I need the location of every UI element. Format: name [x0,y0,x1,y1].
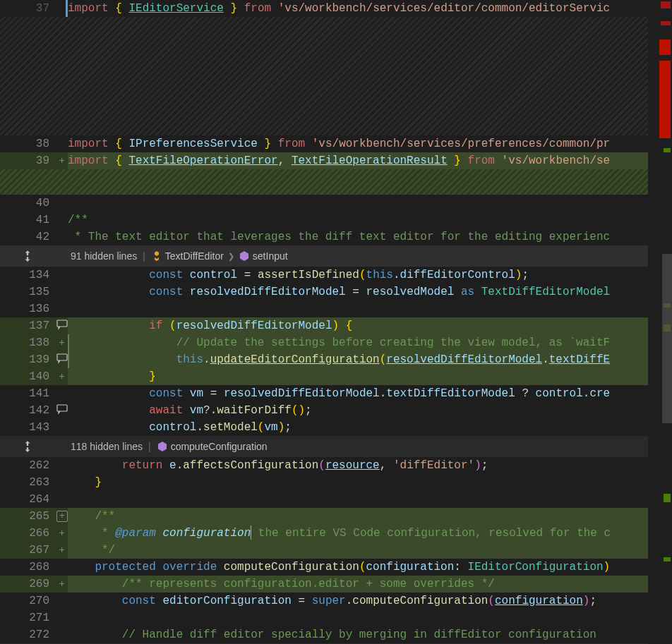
line-number: 143 [0,419,55,436]
kw-import: import [68,2,109,15]
ov-add-marker[interactable] [664,148,671,152]
line-number: 271 [0,609,55,626]
line-number: 262 [0,457,55,474]
line-number: 141 [0,385,55,402]
svg-rect-2 [57,405,67,411]
svg-rect-1 [57,354,67,360]
ident: TextFileOperationResult [292,154,448,167]
class-icon [151,250,162,262]
ident: IPreferencesService [128,138,257,150]
ident: IEditorService [128,2,223,15]
method-icon [157,441,168,452]
comment: /** [95,510,115,523]
comment-thread-icon[interactable] [56,319,68,330]
line-number: 140+ [0,368,55,385]
line-number: 139 [0,351,55,368]
ov-add-marker[interactable] [664,557,671,561]
line-number: 40 [0,195,55,212]
line-number: 272 [0,626,55,643]
line-number: 269+ [0,576,55,593]
fold-bar[interactable]: 118 hidden lines | computeConfiguration [0,436,672,457]
ident: TextFileOperationError [128,154,277,167]
ov-error-marker[interactable] [659,40,671,55]
line-number: 41 [0,212,55,229]
comment: /** [68,214,88,226]
chevron-right-icon: ❯ [224,252,239,261]
overview-ruler[interactable] [648,0,672,644]
line-number: 136 [0,300,55,317]
line-number: 266+ [0,525,55,542]
ov-error-marker[interactable] [661,1,671,8]
line-number: 39+ [0,152,55,169]
breadcrumb-class[interactable]: TextDiffEditor [165,250,224,262]
fn: updateEditorConfiguration [210,353,380,366]
fn: computeConfiguration [224,561,359,573]
jsdoc-param: configuration [162,527,251,540]
line-number: 137 [0,317,55,334]
fn: affectsConfiguration [183,459,318,472]
diff-gap [0,169,672,195]
type: TextDiffEditorModel [481,286,610,298]
type: IEditorConfiguration [468,561,604,573]
line-number: 138+ [0,334,55,351]
line-number: 268 [0,559,55,576]
expr: control.cre [536,387,611,400]
comment: * The text editor that leverages the dif… [68,231,610,243]
ov-add-marker[interactable] [664,494,671,502]
line-number: 37 [0,0,55,17]
comment: /** represents configuration.editor + so… [122,578,495,590]
line-number: 265 + [0,508,55,525]
line-number: 263 [0,474,55,491]
hidden-lines-label: 91 hidden lines [55,250,137,262]
ov-error-marker[interactable] [659,61,671,138]
line-number: 267+ [0,542,55,559]
line-number: 264 [0,491,55,508]
comment: the entire VS Code configuration, resolv… [251,527,611,540]
fold-bar[interactable]: 91 hidden lines | TextDiffEditor ❯ setIn… [0,245,672,267]
ov-error-marker[interactable] [661,21,671,25]
code-area[interactable]: 37 import { IEditorService } from 'vs/wo… [0,0,672,644]
jsdoc-tag: @param [115,527,156,540]
fn: computeConfiguration [352,595,488,607]
fn: assertIsDefined [258,269,359,281]
diff-gap [0,17,672,135]
diff-editor[interactable]: 37 import { IEditorService } from 'vs/wo… [0,0,672,644]
line-number: 42 [0,229,55,245]
line-number: 142 [0,402,55,419]
unfold-icon[interactable] [21,250,34,262]
method-icon [239,250,250,262]
comment-thread-icon[interactable] [56,403,68,415]
add-comment-icon[interactable]: + [56,511,68,522]
line-number: 135 [0,284,55,300]
string: 'vs/workbench/services/editor/common/edi… [278,2,610,15]
fn: setModel [203,421,258,434]
comment-thread-icon[interactable] [56,353,68,364]
string: 'vs/workbench/se [502,154,611,167]
string: 'diffEditor' [393,459,474,472]
comment: */ [95,544,115,557]
line-number: 134 [0,267,55,284]
scrollbar-thumb[interactable] [662,254,672,423]
comment: // Handle diff editor specially by mergi… [122,628,596,641]
breadcrumb-method[interactable]: setInput [253,250,288,262]
text-cursor [251,525,251,540]
string: 'vs/workbench/services/preferences/commo… [312,138,610,150]
breadcrumb-method[interactable]: computeConfiguration [171,441,268,452]
svg-rect-0 [57,320,67,327]
hidden-lines-label: 118 hidden lines [55,441,143,452]
comment: // Update the settings before creating t… [176,336,611,349]
fn: waitForDiff [217,404,292,417]
line-number: 270 [0,593,55,609]
line-number: 38 [0,135,55,152]
unfold-icon[interactable] [21,440,34,453]
